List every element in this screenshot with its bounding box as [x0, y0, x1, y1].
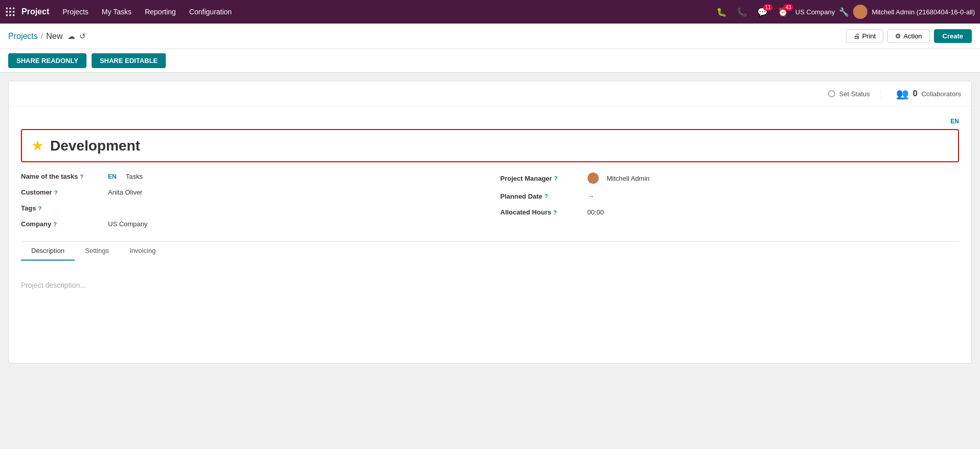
- breadcrumb-bar: Projects / New ☁ ↺ 🖨 Print ⚙ Action Crea…: [0, 24, 980, 49]
- print-button[interactable]: 🖨 Print: [846, 29, 884, 43]
- form-card: Set Status 👥 0 Collaborators EN ★ Develo…: [8, 81, 972, 364]
- breadcrumb-actions: ☁ ↺: [68, 32, 86, 41]
- company-value[interactable]: US Company: [108, 220, 480, 228]
- nav-configuration[interactable]: Configuration: [184, 5, 237, 19]
- svg-rect-8: [13, 14, 14, 16]
- right-actions: 🖨 Print ⚙ Action Create: [846, 29, 972, 43]
- svg-rect-5: [13, 11, 14, 12]
- project-title: Development: [50, 138, 140, 154]
- breadcrumb-parent[interactable]: Projects: [8, 32, 38, 41]
- top-navigation: Project Projects My Tasks Reporting Conf…: [0, 0, 980, 24]
- tabs-bar: Description Settings Invoicing: [21, 241, 959, 261]
- svg-rect-2: [13, 8, 14, 9]
- share-editable-button[interactable]: SHARE EDITABLE: [92, 53, 166, 68]
- set-status-label[interactable]: Set Status: [839, 90, 870, 98]
- company-hint[interactable]: ?: [53, 221, 57, 227]
- description-placeholder[interactable]: Project description...: [21, 281, 86, 289]
- company-name: US Company: [795, 8, 835, 16]
- tags-hint[interactable]: ?: [38, 205, 41, 211]
- svg-rect-3: [6, 11, 8, 12]
- project-title-box[interactable]: ★ Development: [21, 129, 959, 162]
- nav-reporting[interactable]: Reporting: [140, 5, 181, 19]
- manager-avatar: [587, 173, 599, 184]
- app-grid-icon[interactable]: [5, 7, 15, 17]
- manager-hint[interactable]: ?: [554, 175, 558, 181]
- undo-icon[interactable]: ↺: [79, 32, 86, 41]
- breadcrumb-current: New: [46, 32, 62, 41]
- tags-label: Tags ?: [21, 204, 103, 212]
- allocated-hours-value[interactable]: 00:00: [587, 208, 960, 216]
- nav-projects[interactable]: Projects: [57, 5, 94, 19]
- tasks-label: Name of the tasks ?: [21, 173, 103, 180]
- top-nav-right: 🐛 📞 💬 11 ⏰ 43 US Company 🔧 Mitchell Admi…: [713, 5, 975, 19]
- field-row-planned-date: Planned Date ? →: [500, 192, 960, 200]
- status-radio[interactable]: [828, 90, 835, 97]
- breadcrumb-separator: /: [41, 32, 43, 41]
- main-content: Set Status 👥 0 Collaborators EN ★ Develo…: [0, 73, 980, 449]
- set-status-area: Set Status: [828, 90, 881, 98]
- customer-hint[interactable]: ?: [54, 189, 58, 196]
- star-icon[interactable]: ★: [31, 137, 44, 154]
- field-row-tags: Tags ?: [21, 204, 480, 212]
- planned-date-label: Planned Date ?: [500, 193, 582, 200]
- user-name: Mitchell Admin (21680404-16-0-all): [872, 8, 975, 16]
- phone-icon[interactable]: 📞: [734, 5, 750, 19]
- form-body: EN ★ Development Name of the tasks ? EN: [9, 106, 971, 271]
- allocated-hours-hint[interactable]: ?: [553, 209, 557, 216]
- bug-icon[interactable]: 🐛: [713, 5, 730, 19]
- allocated-hours-label: Allocated Hours ?: [500, 208, 582, 216]
- svg-rect-7: [9, 14, 11, 16]
- customer-value[interactable]: Anita Oliver: [108, 188, 480, 196]
- en-label-top[interactable]: EN: [950, 118, 959, 125]
- manager-label: Project Manager ?: [500, 175, 582, 182]
- activity-icon[interactable]: ⏰ 43: [775, 5, 791, 19]
- collaborators-icon: 👥: [896, 88, 909, 100]
- status-bar: Set Status 👥 0 Collaborators: [9, 81, 971, 106]
- en-label-left[interactable]: EN: [108, 173, 117, 180]
- field-row-customer: Customer ? Anita Oliver: [21, 188, 480, 196]
- action-button[interactable]: ⚙ Action: [887, 29, 929, 43]
- tasks-value[interactable]: Tasks: [126, 173, 480, 180]
- tab-description[interactable]: Description: [21, 242, 75, 261]
- svg-rect-0: [6, 8, 8, 9]
- form-col-right: Project Manager ? Mitchell Admin Planned…: [500, 173, 960, 236]
- chat-icon[interactable]: 💬 11: [754, 5, 771, 19]
- svg-rect-6: [6, 14, 8, 16]
- app-name: Project: [21, 7, 49, 16]
- tab-settings[interactable]: Settings: [75, 242, 119, 261]
- chat-badge: 11: [763, 4, 773, 11]
- collaborators-area: 👥 0 Collaborators: [896, 88, 961, 100]
- share-bar: SHARE READONLY SHARE EDITABLE: [0, 49, 980, 73]
- user-avatar[interactable]: [853, 5, 867, 19]
- settings-icon[interactable]: 🔧: [839, 7, 849, 17]
- svg-rect-4: [9, 11, 11, 12]
- company-label: Company ?: [21, 220, 103, 228]
- activity-badge: 43: [783, 4, 793, 11]
- customer-label: Customer ?: [21, 188, 103, 196]
- manager-value[interactable]: Mitchell Admin: [607, 175, 960, 182]
- breadcrumb: Projects / New: [8, 32, 62, 41]
- form-col-left: Name of the tasks ? EN Tasks Customer ? …: [21, 173, 480, 236]
- upload-icon[interactable]: ☁: [68, 32, 75, 41]
- tasks-hint[interactable]: ?: [80, 174, 83, 180]
- planned-date-hint[interactable]: ?: [545, 193, 548, 199]
- field-row-company: Company ? US Company: [21, 220, 480, 228]
- field-row-tasks: Name of the tasks ? EN Tasks: [21, 173, 480, 180]
- planned-date-arrow: →: [587, 192, 595, 200]
- create-button[interactable]: Create: [934, 29, 972, 43]
- tab-content-description: Project description...: [9, 271, 971, 363]
- nav-my-tasks[interactable]: My Tasks: [97, 5, 137, 19]
- share-readonly-button[interactable]: SHARE READONLY: [8, 53, 86, 68]
- field-row-allocated-hours: Allocated Hours ? 00:00: [500, 208, 960, 216]
- tab-invoicing[interactable]: Invoicing: [119, 242, 166, 261]
- svg-rect-1: [9, 8, 11, 9]
- field-row-manager: Project Manager ? Mitchell Admin: [500, 173, 960, 184]
- collaborators-label: Collaborators: [922, 90, 961, 98]
- collaborators-count: 0: [913, 89, 918, 98]
